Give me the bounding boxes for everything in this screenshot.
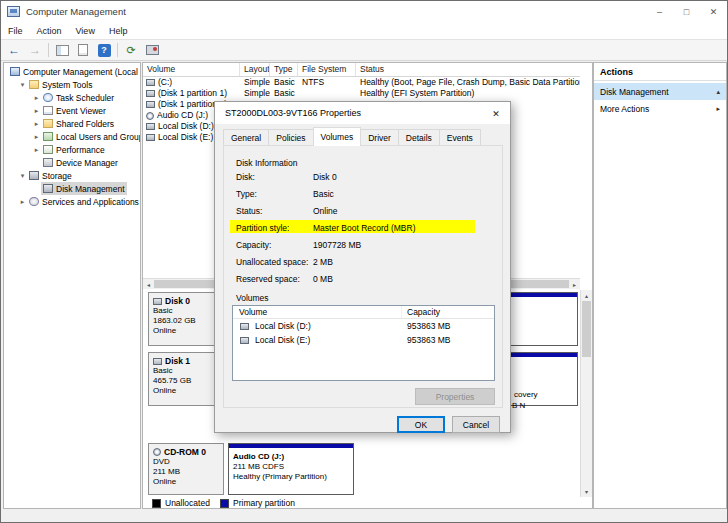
collapse-arrow-icon[interactable]: ▸ bbox=[32, 133, 41, 141]
column-header-volume[interactable]: Volume bbox=[143, 63, 240, 76]
expand-arrow-icon[interactable]: ▾ bbox=[18, 172, 27, 180]
disk-information-label: Disk Information bbox=[236, 158, 297, 168]
refresh-button[interactable]: ⟳ bbox=[123, 42, 139, 58]
vertical-scrollbar[interactable]: ▴ ▾ bbox=[580, 290, 592, 497]
field-value-reserved: 0 MB bbox=[313, 274, 333, 284]
disk0-label-box[interactable]: Disk 0 Basic 1863.02 GB Online bbox=[148, 292, 224, 346]
dialog-volumes-list[interactable]: Volume Capacity Local Disk (D:) 953863 M… bbox=[232, 305, 495, 381]
title-bar: Computer Management – □ ✕ bbox=[1, 1, 727, 23]
tree-item-local-users-and-groups[interactable]: ▸ Local Users and Groups bbox=[4, 130, 140, 143]
section-collapse-icon[interactable]: ▴ bbox=[716, 88, 720, 96]
tab-driver[interactable]: Driver bbox=[360, 129, 399, 145]
performance-icon bbox=[43, 145, 53, 154]
event-viewer-icon bbox=[43, 106, 53, 115]
action-item-more-actions[interactable]: More Actions ▸ bbox=[594, 100, 726, 117]
expand-arrow-icon[interactable]: ▾ bbox=[18, 81, 27, 89]
disk-name: Disk 1 bbox=[165, 356, 190, 366]
disk-name: Disk 0 bbox=[165, 296, 190, 306]
maximize-button[interactable]: □ bbox=[673, 1, 700, 23]
forward-icon: → bbox=[29, 43, 41, 57]
collapse-arrow-icon[interactable]: ▸ bbox=[32, 94, 41, 102]
volume-row[interactable]: (C:) Simple Basic NTFS Healthy (Boot, Pa… bbox=[143, 77, 580, 88]
tab-events[interactable]: Events bbox=[439, 129, 481, 145]
action-item-disk-management[interactable]: Disk Management ▴ bbox=[594, 83, 726, 100]
volume-list-header: Volume Layout Type File System Status bbox=[143, 63, 580, 77]
disk-management-icon bbox=[43, 184, 53, 193]
collapse-arrow-icon[interactable]: ▸ bbox=[18, 198, 27, 206]
tree-item-task-scheduler[interactable]: ▸ Task Scheduler bbox=[4, 91, 140, 104]
column-header-layout[interactable]: Layout bbox=[240, 63, 270, 76]
tree-item-system-tools[interactable]: ▾ System Tools bbox=[4, 78, 140, 91]
disk-size: 1863.02 GB bbox=[153, 316, 223, 326]
tree-item-device-manager[interactable]: Device Manager bbox=[4, 156, 140, 169]
tree-item-services-and-applications[interactable]: ▸ Services and Applications bbox=[4, 195, 140, 208]
dialog-volume-row[interactable]: Local Disk (D:) 953863 MB bbox=[233, 320, 494, 333]
tree-item-label: Device Manager bbox=[56, 158, 118, 168]
audio-cd-partition-block[interactable]: Audio CD (J:) 211 MB CDFS Healthy (Prima… bbox=[228, 443, 354, 495]
volume-layout: Simple bbox=[240, 88, 270, 99]
menu-file[interactable]: File bbox=[1, 26, 30, 36]
tree-item-label: Local Users and Groups bbox=[56, 132, 141, 142]
disk1-label-box[interactable]: Disk 1 Basic 465.75 GB Online bbox=[148, 352, 224, 406]
menu-view[interactable]: View bbox=[69, 26, 102, 36]
users-icon bbox=[43, 132, 53, 141]
volume-row[interactable]: (Disk 1 partition 1) Simple Basic Health… bbox=[143, 88, 580, 99]
tree-item-label: Event Viewer bbox=[56, 106, 106, 116]
tree-item-disk-management[interactable]: Disk Management bbox=[4, 182, 140, 195]
dialog-tabs: General Policies Volumes Driver Details … bbox=[223, 129, 480, 146]
tree-item-performance[interactable]: ▸ Performance bbox=[4, 143, 140, 156]
tree-item-storage[interactable]: ▾ Storage bbox=[4, 169, 140, 182]
tab-policies[interactable]: Policies bbox=[268, 129, 313, 145]
tab-volumes[interactable]: Volumes bbox=[313, 127, 362, 146]
volume-icon bbox=[146, 90, 155, 97]
scroll-right-arrow[interactable]: ▸ bbox=[569, 279, 580, 289]
cdrom-label-box[interactable]: CD-ROM 0 DVD 211 MB Online bbox=[148, 443, 224, 495]
scrollbar-thumb[interactable] bbox=[582, 301, 591, 357]
scroll-left-arrow[interactable]: ◂ bbox=[143, 279, 154, 289]
ok-button[interactable]: OK bbox=[397, 416, 445, 433]
partition-color-stripe bbox=[229, 444, 353, 448]
tree-item-shared-folders[interactable]: ▸ Shared Folders bbox=[4, 117, 140, 130]
close-button[interactable]: ✕ bbox=[700, 1, 727, 23]
volumes-tab-page: Disk Information Disk: Disk 0 Type: Basi… bbox=[223, 145, 503, 408]
services-icon bbox=[29, 197, 39, 206]
toolbar-separator bbox=[117, 43, 118, 57]
disk-status: Online bbox=[153, 326, 223, 336]
dialog-close-button[interactable]: ✕ bbox=[487, 106, 505, 121]
storage-icon bbox=[29, 171, 39, 180]
shared-folders-icon bbox=[43, 119, 53, 128]
document-icon bbox=[78, 44, 88, 56]
cancel-button[interactable]: Cancel bbox=[452, 416, 500, 433]
minimize-button[interactable]: – bbox=[646, 1, 673, 23]
refresh-icon: ⟳ bbox=[126, 44, 135, 57]
scroll-down-arrow[interactable]: ▾ bbox=[581, 486, 592, 497]
dialog-volume-row[interactable]: Local Disk (E:) 953863 MB bbox=[233, 334, 494, 347]
dialog-title: ST2000DL003-9VT166 Properties bbox=[225, 108, 361, 118]
column-header-status[interactable]: Status bbox=[356, 63, 580, 76]
menu-help[interactable]: Help bbox=[102, 26, 135, 36]
disk-icon bbox=[153, 298, 162, 305]
rescan-disks-button[interactable] bbox=[144, 42, 160, 58]
collapse-arrow-icon[interactable]: ▸ bbox=[32, 120, 41, 128]
tree-item-event-viewer[interactable]: ▸ Event Viewer bbox=[4, 104, 140, 117]
export-list-button[interactable] bbox=[75, 42, 91, 58]
forward-button[interactable]: → bbox=[27, 42, 43, 58]
field-value-status: Online bbox=[313, 206, 338, 216]
show-console-tree-button[interactable] bbox=[54, 42, 70, 58]
volume-type: Basic bbox=[270, 77, 298, 88]
help-button[interactable]: ? bbox=[96, 42, 112, 58]
console-tree: Computer Management (Local ▾ System Tool… bbox=[3, 62, 141, 509]
collapse-arrow-icon[interactable]: ▸ bbox=[32, 107, 41, 115]
back-button[interactable]: ← bbox=[6, 42, 22, 58]
collapse-arrow-icon[interactable]: ▸ bbox=[32, 146, 41, 154]
volume-icon bbox=[240, 323, 249, 330]
column-header-file-system[interactable]: File System bbox=[298, 63, 356, 76]
scroll-up-arrow[interactable]: ▴ bbox=[581, 290, 592, 301]
column-header-type[interactable]: Type bbox=[270, 63, 298, 76]
tree-item-computer-management[interactable]: Computer Management (Local bbox=[4, 65, 140, 78]
volume-fs bbox=[298, 88, 356, 99]
partition-name: Audio CD (J:) bbox=[233, 452, 327, 462]
menu-action[interactable]: Action bbox=[30, 26, 69, 36]
tab-general[interactable]: General bbox=[223, 129, 269, 145]
tab-details[interactable]: Details bbox=[398, 129, 440, 145]
